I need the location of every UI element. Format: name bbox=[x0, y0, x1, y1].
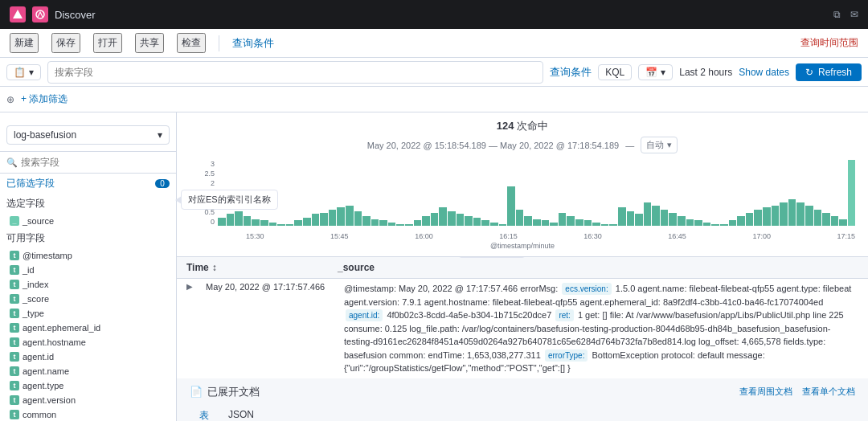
field-search-input[interactable] bbox=[21, 157, 170, 168]
chart-bar[interactable] bbox=[388, 223, 396, 226]
chart-bar[interactable] bbox=[592, 223, 600, 226]
field-item[interactable]: t_id bbox=[0, 263, 176, 277]
chart-bar[interactable] bbox=[780, 202, 788, 226]
field-item[interactable]: tagent.version bbox=[0, 393, 176, 407]
field-item[interactable]: t_type bbox=[0, 306, 176, 321]
selected-fields-section[interactable]: 已筛选字段 0 bbox=[0, 174, 176, 194]
search-type-dropdown[interactable]: 📋 ▾ bbox=[6, 64, 41, 80]
chart-bar[interactable] bbox=[584, 220, 592, 226]
chart-bar[interactable] bbox=[627, 211, 635, 226]
sidebar-search[interactable]: 🔍 bbox=[0, 152, 176, 174]
popout-icon[interactable]: ⧉ bbox=[833, 9, 841, 20]
chart-bar[interactable] bbox=[329, 210, 337, 227]
field-item[interactable]: tcommon bbox=[0, 407, 176, 421]
chart-bar[interactable] bbox=[260, 220, 268, 226]
chart-bar[interactable] bbox=[575, 219, 583, 226]
chart-bar[interactable] bbox=[754, 210, 762, 227]
chart-bar[interactable] bbox=[839, 219, 847, 226]
chart-bar[interactable] bbox=[618, 207, 626, 226]
chart-bar[interactable] bbox=[601, 224, 609, 226]
chart-bar[interactable] bbox=[346, 206, 354, 226]
chart-bar[interactable] bbox=[465, 216, 473, 226]
chart-bar[interactable] bbox=[227, 214, 235, 226]
open-button[interactable]: 打开 bbox=[93, 33, 122, 53]
field-item[interactable]: tagent.name bbox=[0, 364, 176, 378]
ret-tag[interactable]: ret: bbox=[555, 309, 573, 321]
chart-bar[interactable] bbox=[414, 220, 422, 226]
chart-bar[interactable] bbox=[746, 213, 754, 226]
chart-bar[interactable] bbox=[457, 214, 465, 226]
kql-toggle[interactable]: KQL bbox=[598, 64, 632, 80]
chart-bar[interactable] bbox=[218, 218, 226, 226]
chart-bar[interactable] bbox=[644, 202, 652, 226]
chart-bar[interactable] bbox=[737, 216, 745, 226]
surrounding-docs-link[interactable]: 查看周围文档 bbox=[739, 386, 792, 398]
refresh-button[interactable]: ↻ Refresh bbox=[796, 63, 862, 81]
field-item[interactable]: tagent.hostname bbox=[0, 335, 176, 349]
chart-bar[interactable] bbox=[703, 223, 711, 226]
chart-bar[interactable] bbox=[490, 223, 498, 226]
chart-bar[interactable] bbox=[499, 224, 507, 226]
show-dates-button[interactable]: Show dates bbox=[739, 67, 789, 78]
chart-bar[interactable] bbox=[337, 207, 345, 226]
chart-bar[interactable] bbox=[269, 223, 277, 226]
chart-bar[interactable] bbox=[848, 160, 855, 226]
chart-bar[interactable] bbox=[252, 219, 260, 226]
chart-bar[interactable] bbox=[286, 224, 294, 226]
share-button[interactable]: 共享 bbox=[135, 33, 164, 53]
chart-bar[interactable] bbox=[235, 211, 243, 226]
chart-bar[interactable] bbox=[379, 220, 387, 226]
chart-bar[interactable] bbox=[567, 216, 575, 226]
chart-bar[interactable] bbox=[678, 216, 686, 226]
chart-bar[interactable] bbox=[312, 214, 320, 226]
index-dropdown[interactable]: log-basefusion ▾ bbox=[6, 125, 170, 145]
chart-bar[interactable] bbox=[362, 216, 371, 226]
mail-icon[interactable]: ✉ bbox=[850, 9, 858, 20]
chart-bar[interactable] bbox=[831, 216, 839, 226]
error-type-tag[interactable]: errorType: bbox=[545, 349, 588, 362]
chart-bar[interactable] bbox=[507, 186, 515, 226]
chart-bar[interactable] bbox=[396, 224, 404, 226]
chart-bar[interactable] bbox=[448, 211, 456, 226]
chart-bar[interactable] bbox=[772, 206, 780, 226]
chart-bar[interactable] bbox=[814, 210, 822, 227]
chart-bar[interactable] bbox=[439, 207, 447, 226]
search-input-container[interactable] bbox=[47, 61, 543, 84]
tab-json[interactable]: JSON bbox=[219, 406, 264, 422]
time-column-header[interactable]: Time ↕ bbox=[186, 262, 331, 273]
chart-bar[interactable] bbox=[669, 213, 677, 226]
chart-bar[interactable] bbox=[303, 218, 311, 226]
auto-dropdown[interactable]: 自动 ▾ bbox=[641, 137, 678, 153]
chart-bar[interactable] bbox=[822, 213, 830, 226]
chart-bar[interactable] bbox=[763, 207, 771, 226]
agent-id-tag[interactable]: agent.id: bbox=[346, 309, 383, 321]
chart-bar[interactable] bbox=[371, 219, 379, 226]
source-field-item[interactable]: _ _source bbox=[0, 214, 176, 228]
single-doc-link[interactable]: 查看单个文档 bbox=[802, 386, 855, 398]
chart-bar[interactable] bbox=[422, 216, 430, 226]
chart-bar[interactable] bbox=[473, 218, 481, 226]
chart-bar[interactable] bbox=[550, 223, 558, 226]
chart-bar[interactable] bbox=[686, 219, 694, 226]
chart-bar[interactable] bbox=[788, 199, 796, 226]
chart-bar[interactable] bbox=[694, 220, 702, 226]
chart-bar[interactable] bbox=[635, 214, 643, 226]
chart-bar[interactable] bbox=[294, 220, 302, 226]
expand-row-button[interactable]: ▶ bbox=[186, 282, 199, 291]
chart-bar[interactable] bbox=[244, 216, 252, 226]
chart-bar[interactable] bbox=[805, 206, 813, 226]
chart-bar[interactable] bbox=[559, 213, 567, 226]
chart-bar[interactable] bbox=[609, 224, 617, 226]
chart-bar[interactable] bbox=[277, 224, 285, 226]
new-button[interactable]: 新建 bbox=[10, 33, 39, 53]
field-item[interactable]: t_score bbox=[0, 292, 176, 306]
chart-bar[interactable] bbox=[524, 216, 532, 226]
chart-bar[interactable] bbox=[516, 210, 524, 227]
chart-bar[interactable] bbox=[652, 206, 660, 226]
chart-bar[interactable] bbox=[533, 219, 541, 226]
chart-bar[interactable] bbox=[729, 220, 737, 226]
save-button[interactable]: 保存 bbox=[51, 33, 80, 53]
chart-bar[interactable] bbox=[720, 224, 728, 226]
field-item[interactable]: tagent.type bbox=[0, 378, 176, 393]
search-input[interactable] bbox=[55, 67, 536, 78]
